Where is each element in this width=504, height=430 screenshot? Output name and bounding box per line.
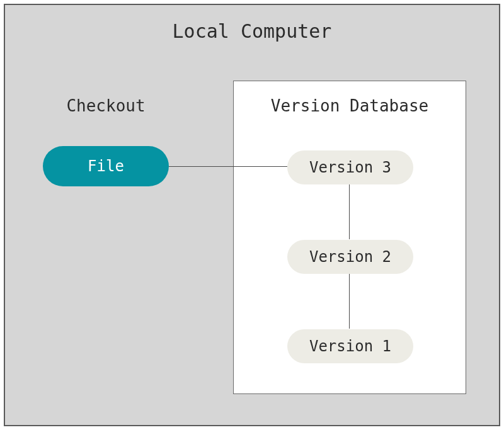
diagram-title: Local Computer xyxy=(5,20,499,42)
version-1-node: Version 1 xyxy=(287,329,413,363)
connector-file-to-v3 xyxy=(169,166,287,167)
version-database-title: Version Database xyxy=(234,96,466,115)
version-2-label: Version 2 xyxy=(309,248,391,266)
connector-v3-to-v2 xyxy=(349,184,350,239)
version-database-frame: Version Database Version 3 Version 2 Ver… xyxy=(233,81,466,394)
version-3-node: Version 3 xyxy=(287,150,413,184)
file-node-label: File xyxy=(88,157,124,175)
checkout-label: Checkout xyxy=(43,96,169,115)
version-1-label: Version 1 xyxy=(309,337,391,355)
file-node: File xyxy=(43,146,169,186)
version-3-label: Version 3 xyxy=(309,159,391,176)
version-2-node: Version 2 xyxy=(287,240,413,274)
connector-v2-to-v1 xyxy=(349,273,350,329)
local-computer-frame: Local Computer Checkout File Version Dat… xyxy=(4,4,500,426)
